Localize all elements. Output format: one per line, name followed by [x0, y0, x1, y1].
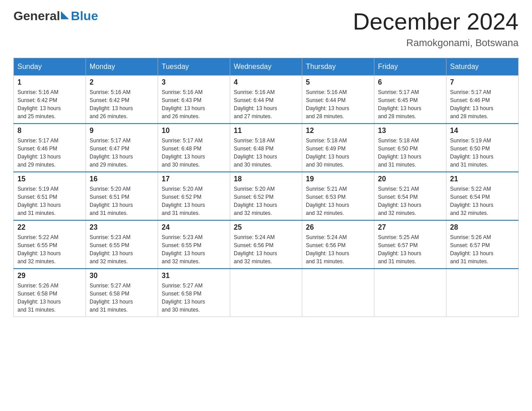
calendar-cell: 17Sunrise: 5:20 AMSunset: 6:52 PMDayligh…	[158, 172, 230, 220]
week-row-1: 1Sunrise: 5:16 AMSunset: 6:42 PMDaylight…	[14, 76, 519, 124]
day-info: Sunrise: 5:24 AMSunset: 6:56 PMDaylight:…	[234, 233, 298, 265]
calendar-cell: 15Sunrise: 5:19 AMSunset: 6:51 PMDayligh…	[14, 172, 86, 220]
calendar-cell: 27Sunrise: 5:25 AMSunset: 6:57 PMDayligh…	[374, 220, 446, 269]
day-info: Sunrise: 5:23 AMSunset: 6:55 PMDaylight:…	[162, 233, 226, 265]
day-info: Sunrise: 5:26 AMSunset: 6:57 PMDaylight:…	[450, 233, 515, 265]
day-info: Sunrise: 5:27 AMSunset: 6:58 PMDaylight:…	[162, 282, 226, 314]
calendar-cell: 1Sunrise: 5:16 AMSunset: 6:42 PMDaylight…	[14, 76, 86, 124]
day-info: Sunrise: 5:23 AMSunset: 6:55 PMDaylight:…	[90, 233, 154, 265]
day-info: Sunrise: 5:21 AMSunset: 6:53 PMDaylight:…	[306, 185, 370, 217]
calendar-cell: 5Sunrise: 5:16 AMSunset: 6:44 PMDaylight…	[302, 76, 374, 124]
day-number: 3	[162, 78, 226, 86]
day-info: Sunrise: 5:18 AMSunset: 6:50 PMDaylight:…	[378, 137, 442, 169]
day-number: 16	[90, 175, 154, 183]
day-number: 25	[234, 223, 298, 231]
day-info: Sunrise: 5:27 AMSunset: 6:58 PMDaylight:…	[90, 282, 154, 314]
day-number: 21	[450, 175, 515, 183]
col-header-saturday: Saturday	[446, 58, 519, 76]
day-number: 17	[162, 175, 226, 183]
header-row: SundayMondayTuesdayWednesdayThursdayFrid…	[14, 58, 519, 76]
day-info: Sunrise: 5:19 AMSunset: 6:51 PMDaylight:…	[17, 185, 82, 217]
day-number: 9	[90, 127, 154, 135]
day-number: 4	[234, 78, 298, 86]
day-info: Sunrise: 5:16 AMSunset: 6:44 PMDaylight:…	[306, 88, 370, 120]
col-header-friday: Friday	[374, 58, 446, 76]
calendar-cell	[374, 269, 446, 317]
day-number: 12	[306, 127, 370, 135]
week-row-2: 8Sunrise: 5:17 AMSunset: 6:46 PMDaylight…	[14, 124, 519, 172]
day-info: Sunrise: 5:22 AMSunset: 6:54 PMDaylight:…	[450, 185, 515, 217]
week-row-5: 29Sunrise: 5:26 AMSunset: 6:58 PMDayligh…	[14, 269, 519, 317]
calendar-cell: 25Sunrise: 5:24 AMSunset: 6:56 PMDayligh…	[230, 220, 302, 269]
day-number: 1	[17, 78, 82, 86]
week-row-4: 22Sunrise: 5:22 AMSunset: 6:55 PMDayligh…	[14, 220, 519, 269]
calendar-cell: 4Sunrise: 5:16 AMSunset: 6:44 PMDaylight…	[230, 76, 302, 124]
day-info: Sunrise: 5:22 AMSunset: 6:55 PMDaylight:…	[17, 233, 82, 265]
calendar-cell: 6Sunrise: 5:17 AMSunset: 6:45 PMDaylight…	[374, 76, 446, 124]
day-number: 10	[162, 127, 226, 135]
calendar-cell: 26Sunrise: 5:24 AMSunset: 6:56 PMDayligh…	[302, 220, 374, 269]
day-info: Sunrise: 5:16 AMSunset: 6:43 PMDaylight:…	[162, 88, 226, 120]
day-number: 26	[306, 223, 370, 231]
day-number: 8	[17, 127, 82, 135]
location-subtitle: Ramokgonami, Botswana	[353, 37, 519, 49]
week-row-3: 15Sunrise: 5:19 AMSunset: 6:51 PMDayligh…	[14, 172, 519, 220]
day-number: 15	[17, 175, 82, 183]
day-info: Sunrise: 5:17 AMSunset: 6:45 PMDaylight:…	[378, 88, 442, 120]
day-info: Sunrise: 5:16 AMSunset: 6:42 PMDaylight:…	[90, 88, 154, 120]
calendar-cell: 16Sunrise: 5:20 AMSunset: 6:51 PMDayligh…	[86, 172, 158, 220]
day-info: Sunrise: 5:20 AMSunset: 6:52 PMDaylight:…	[162, 185, 226, 217]
logo-general-text: General	[13, 9, 60, 23]
calendar-cell: 19Sunrise: 5:21 AMSunset: 6:53 PMDayligh…	[302, 172, 374, 220]
day-info: Sunrise: 5:19 AMSunset: 6:50 PMDaylight:…	[450, 137, 515, 169]
calendar-cell: 7Sunrise: 5:17 AMSunset: 6:46 PMDaylight…	[446, 76, 519, 124]
day-number: 29	[17, 272, 82, 280]
page-header: General Blue December 2024 Ramokgonami, …	[13, 9, 519, 49]
day-number: 14	[450, 127, 515, 135]
calendar-cell: 24Sunrise: 5:23 AMSunset: 6:55 PMDayligh…	[158, 220, 230, 269]
calendar-cell: 14Sunrise: 5:19 AMSunset: 6:50 PMDayligh…	[446, 124, 519, 172]
day-number: 31	[162, 272, 226, 280]
day-number: 28	[450, 223, 515, 231]
month-year-title: December 2024	[353, 9, 519, 34]
day-number: 7	[450, 78, 515, 86]
calendar-cell	[446, 269, 519, 317]
day-number: 5	[306, 78, 370, 86]
calendar-cell: 20Sunrise: 5:21 AMSunset: 6:54 PMDayligh…	[374, 172, 446, 220]
day-info: Sunrise: 5:21 AMSunset: 6:54 PMDaylight:…	[378, 185, 442, 217]
day-number: 30	[90, 272, 154, 280]
logo-blue-text: Blue	[71, 9, 98, 23]
day-number: 6	[378, 78, 442, 86]
day-info: Sunrise: 5:26 AMSunset: 6:58 PMDaylight:…	[17, 282, 82, 314]
day-number: 2	[90, 78, 154, 86]
calendar-cell: 3Sunrise: 5:16 AMSunset: 6:43 PMDaylight…	[158, 76, 230, 124]
day-info: Sunrise: 5:16 AMSunset: 6:44 PMDaylight:…	[234, 88, 298, 120]
calendar-cell: 22Sunrise: 5:22 AMSunset: 6:55 PMDayligh…	[14, 220, 86, 269]
day-number: 22	[17, 223, 82, 231]
day-number: 20	[378, 175, 442, 183]
calendar-cell: 23Sunrise: 5:23 AMSunset: 6:55 PMDayligh…	[86, 220, 158, 269]
calendar-cell: 18Sunrise: 5:20 AMSunset: 6:52 PMDayligh…	[230, 172, 302, 220]
day-number: 18	[234, 175, 298, 183]
calendar-cell: 13Sunrise: 5:18 AMSunset: 6:50 PMDayligh…	[374, 124, 446, 172]
day-info: Sunrise: 5:17 AMSunset: 6:46 PMDaylight:…	[17, 137, 82, 169]
calendar-cell: 31Sunrise: 5:27 AMSunset: 6:58 PMDayligh…	[158, 269, 230, 317]
logo: General Blue	[13, 9, 98, 23]
calendar-cell: 8Sunrise: 5:17 AMSunset: 6:46 PMDaylight…	[14, 124, 86, 172]
calendar-cell: 12Sunrise: 5:18 AMSunset: 6:49 PMDayligh…	[302, 124, 374, 172]
day-info: Sunrise: 5:18 AMSunset: 6:48 PMDaylight:…	[234, 137, 298, 169]
col-header-thursday: Thursday	[302, 58, 374, 76]
calendar-cell: 9Sunrise: 5:17 AMSunset: 6:47 PMDaylight…	[86, 124, 158, 172]
col-header-tuesday: Tuesday	[158, 58, 230, 76]
calendar-table: SundayMondayTuesdayWednesdayThursdayFrid…	[13, 58, 519, 317]
calendar-cell: 2Sunrise: 5:16 AMSunset: 6:42 PMDaylight…	[86, 76, 158, 124]
day-info: Sunrise: 5:24 AMSunset: 6:56 PMDaylight:…	[306, 233, 370, 265]
col-header-wednesday: Wednesday	[230, 58, 302, 76]
day-number: 24	[162, 223, 226, 231]
day-info: Sunrise: 5:16 AMSunset: 6:42 PMDaylight:…	[17, 88, 82, 120]
day-info: Sunrise: 5:17 AMSunset: 6:46 PMDaylight:…	[450, 88, 515, 120]
calendar-cell: 30Sunrise: 5:27 AMSunset: 6:58 PMDayligh…	[86, 269, 158, 317]
day-info: Sunrise: 5:20 AMSunset: 6:52 PMDaylight:…	[234, 185, 298, 217]
logo-arrow-icon	[61, 11, 69, 19]
day-number: 19	[306, 175, 370, 183]
